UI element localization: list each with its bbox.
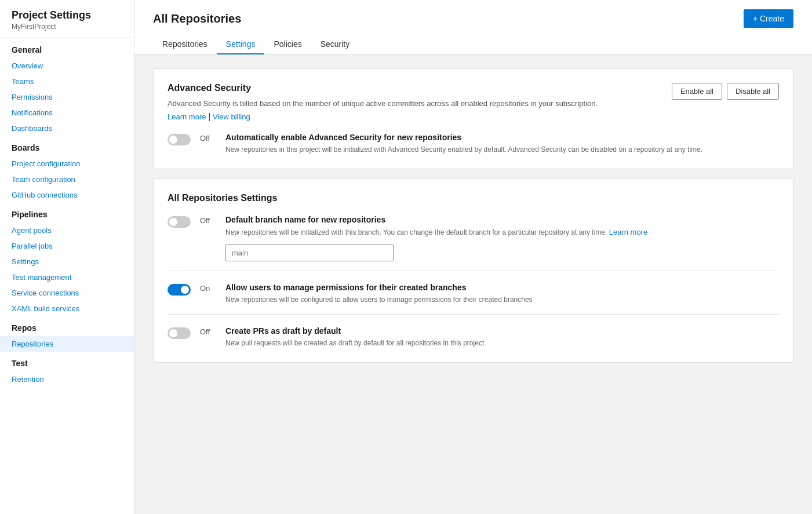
content-area: Advanced Security Advanced Security is b… bbox=[134, 54, 812, 377]
sidebar: Project Settings MyFirstProject General … bbox=[0, 0, 134, 514]
page-title: All Repositories bbox=[153, 12, 241, 25]
sidebar-item-project-configuration[interactable]: Project configuration bbox=[0, 156, 134, 172]
toggle-slider-default-branch bbox=[168, 216, 191, 228]
all-repos-settings-card: All Repositories Settings Off Default br… bbox=[153, 178, 793, 363]
sidebar-subtitle: MyFirstProject bbox=[12, 23, 122, 31]
draft-prs-content: Create PRs as draft by default New pull … bbox=[225, 326, 779, 348]
draft-prs-row: Off Create PRs as draft by default New p… bbox=[168, 326, 779, 348]
auto-enable-toggle-row: Off Automatically enable Advanced Securi… bbox=[168, 133, 779, 155]
link-separator: | bbox=[208, 112, 213, 121]
auto-enable-toggle-label: Off bbox=[200, 134, 216, 143]
advanced-security-card: Advanced Security Advanced Security is b… bbox=[153, 68, 793, 169]
sidebar-section-repos: Repos bbox=[0, 316, 134, 336]
main-content: All Repositories + Create Repositories S… bbox=[134, 0, 812, 514]
sidebar-item-parallel-jobs[interactable]: Parallel jobs bbox=[0, 238, 134, 254]
default-branch-content: Default branch name for new repositories… bbox=[225, 215, 779, 262]
sidebar-item-test-management[interactable]: Test management bbox=[0, 269, 134, 285]
allow-permissions-row: On Allow users to manage permissions for… bbox=[168, 283, 779, 305]
sidebar-item-agent-pools[interactable]: Agent pools bbox=[0, 223, 134, 238]
sidebar-item-service-connections[interactable]: Service connections bbox=[0, 285, 134, 301]
advanced-security-title: Advanced Security bbox=[168, 83, 598, 93]
draft-prs-title: Create PRs as draft by default bbox=[225, 326, 779, 336]
enable-all-button[interactable]: Enable all bbox=[672, 83, 722, 100]
sidebar-item-repositories[interactable]: Repositories bbox=[0, 336, 134, 352]
toggle-slider bbox=[168, 134, 191, 145]
default-branch-desc: New repositories will be initialized wit… bbox=[225, 227, 779, 238]
allow-permissions-toggle-label: On bbox=[200, 284, 216, 293]
draft-prs-desc: New pull requests will be created as dra… bbox=[225, 338, 779, 348]
sidebar-section-test: Test bbox=[0, 352, 134, 371]
draft-prs-toggle-label: Off bbox=[200, 327, 216, 336]
auto-enable-toggle-title: Automatically enable Advanced Security f… bbox=[225, 133, 779, 142]
create-button[interactable]: + Create bbox=[744, 9, 793, 28]
default-branch-title: Default branch name for new repositories bbox=[225, 215, 779, 224]
draft-prs-toggle[interactable] bbox=[168, 327, 191, 339]
advanced-security-links: Learn more | View billing bbox=[168, 112, 598, 121]
default-branch-toggle[interactable] bbox=[168, 216, 191, 228]
tab-security[interactable]: Security bbox=[311, 35, 359, 54]
sidebar-item-retention[interactable]: Retention bbox=[0, 371, 134, 387]
tab-bar: Repositories Settings Policies Security bbox=[153, 35, 793, 54]
sidebar-title: Project Settings bbox=[12, 9, 122, 21]
disable-all-button[interactable]: Disable all bbox=[727, 83, 779, 100]
advanced-security-actions: Enable all Disable all bbox=[672, 83, 779, 100]
default-branch-input-wrapper bbox=[225, 245, 394, 261]
sidebar-item-dashboards[interactable]: Dashboards bbox=[0, 121, 134, 136]
sidebar-item-notifications[interactable]: Notifications bbox=[0, 105, 134, 121]
allow-permissions-desc: New repositories will be configured to a… bbox=[225, 294, 779, 305]
tab-repositories[interactable]: Repositories bbox=[153, 35, 217, 54]
default-branch-learn-more[interactable]: Learn more bbox=[609, 228, 647, 236]
sidebar-item-settings[interactable]: Settings bbox=[0, 254, 134, 269]
toggle-slider-draft-prs bbox=[168, 327, 191, 339]
toggle-slider-allow-permissions bbox=[168, 284, 191, 296]
default-branch-toggle-label: Off bbox=[200, 216, 216, 225]
divider-1 bbox=[168, 271, 779, 271]
all-repos-settings-title: All Repositories Settings bbox=[168, 193, 779, 203]
sidebar-item-teams[interactable]: Teams bbox=[0, 74, 134, 89]
sidebar-item-team-configuration[interactable]: Team configuration bbox=[0, 172, 134, 187]
sidebar-item-permissions[interactable]: Permissions bbox=[0, 89, 134, 105]
advanced-security-description: Advanced Security is billed based on the… bbox=[168, 98, 598, 110]
sidebar-item-overview[interactable]: Overview bbox=[0, 58, 134, 74]
sidebar-section-general: General bbox=[0, 38, 134, 58]
allow-permissions-toggle[interactable] bbox=[168, 284, 191, 296]
default-branch-input[interactable] bbox=[225, 245, 394, 261]
allow-permissions-content: Allow users to manage permissions for th… bbox=[225, 283, 779, 305]
sidebar-section-boards: Boards bbox=[0, 136, 134, 156]
default-branch-row: Off Default branch name for new reposito… bbox=[168, 215, 779, 262]
sidebar-item-xaml-build-services[interactable]: XAML build services bbox=[0, 301, 134, 316]
auto-enable-toggle[interactable] bbox=[168, 134, 191, 145]
main-header: All Repositories + Create Repositories S… bbox=[134, 0, 812, 54]
tab-settings[interactable]: Settings bbox=[217, 35, 265, 54]
sidebar-item-github-connections[interactable]: GitHub connections bbox=[0, 187, 134, 203]
tab-policies[interactable]: Policies bbox=[264, 35, 311, 54]
auto-enable-toggle-desc: New repositories in this project will be… bbox=[225, 144, 779, 155]
sidebar-section-pipelines: Pipelines bbox=[0, 203, 134, 223]
learn-more-link[interactable]: Learn more bbox=[168, 112, 206, 121]
allow-permissions-title: Allow users to manage permissions for th… bbox=[225, 283, 779, 292]
sidebar-header: Project Settings MyFirstProject bbox=[0, 0, 134, 38]
advanced-security-header-text: Advanced Security Advanced Security is b… bbox=[168, 83, 598, 121]
view-billing-link[interactable]: View billing bbox=[213, 112, 250, 121]
divider-2 bbox=[168, 314, 779, 315]
auto-enable-toggle-content: Automatically enable Advanced Security f… bbox=[225, 133, 779, 155]
